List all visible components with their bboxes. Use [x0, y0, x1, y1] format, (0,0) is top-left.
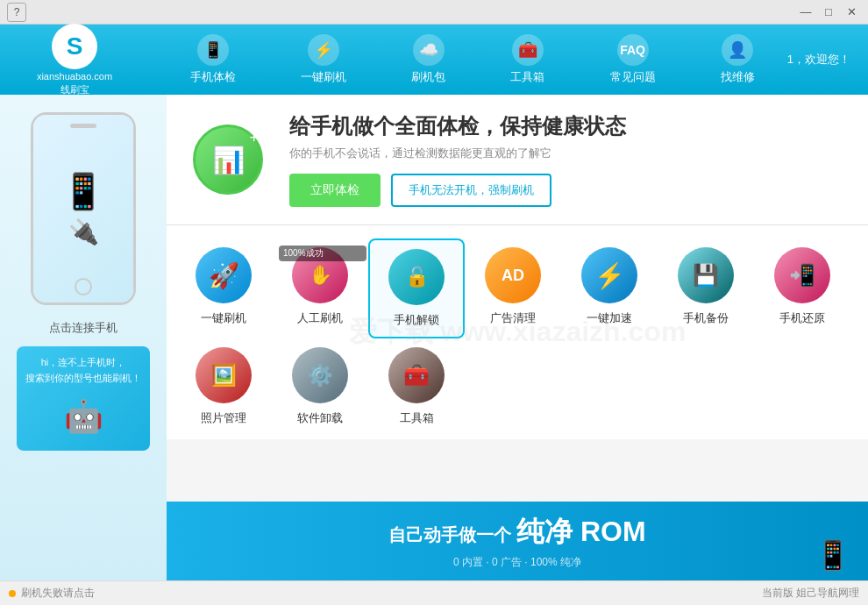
- nav-toolbox-icon: 🧰: [512, 34, 544, 66]
- phone-illustration: 📱 🔌: [31, 112, 136, 305]
- nav-faq[interactable]: FAQ 常见问题: [596, 29, 670, 90]
- nav-one-click-flash[interactable]: ⚡ 一键刷机: [287, 29, 360, 90]
- nav-toolbox[interactable]: 🧰 工具箱: [496, 29, 559, 90]
- banner[interactable]: 自己动手做一个 纯净 ROM 0 内置 · 0 广告 · 100% 纯净 📱: [167, 502, 868, 580]
- promo-box[interactable]: hi，连不上手机时，搜索到你的型号也能刷机！ 🤖: [17, 346, 150, 451]
- status-left: 刷机失败请点击: [9, 586, 95, 601]
- nav-toolbox-label: 工具箱: [510, 69, 544, 85]
- welcome-text: 1，欢迎您！: [787, 52, 868, 68]
- photos-label: 照片管理: [201, 410, 246, 426]
- logo-domain: xianshuabao.com: [37, 71, 112, 82]
- force-flash-button[interactable]: 手机无法开机，强制刷机: [391, 174, 551, 207]
- status-text[interactable]: 刷机失败请点击: [21, 586, 95, 601]
- nav-faq-label: 常见问题: [610, 69, 656, 85]
- promo-text: hi，连不上手机时，搜索到你的型号也能刷机！: [25, 355, 141, 386]
- android-icon: 🤖: [25, 391, 141, 442]
- nav-faq-icon: FAQ: [617, 34, 649, 66]
- uninstall-icon: ⚙️: [292, 347, 348, 403]
- header: S xianshuabao.com 线刷宝 📱 手机体检 ⚡ 一键刷机 ☁️ 刷…: [0, 25, 868, 95]
- hero-icon: 📊: [193, 125, 263, 195]
- sidebar: 📱 🔌 点击连接手机 hi，连不上手机时，搜索到你的型号也能刷机！ 🤖: [0, 95, 167, 580]
- feature-toolbox2[interactable]: 🧰 工具箱: [368, 338, 465, 435]
- backup-icon: 💾: [678, 247, 734, 303]
- phone-home-btn: [75, 278, 92, 295]
- banner-phone-icon: 📱: [815, 538, 850, 572]
- feature-manual-flash[interactable]: ✋ 100%成功 人工刷机: [272, 238, 368, 338]
- nav-phone-check-label: 手机体检: [190, 69, 236, 85]
- maximize-button[interactable]: □: [819, 3, 838, 22]
- success-badge: 100%成功: [279, 246, 366, 261]
- nav-phone-check[interactable]: 📱 手机体检: [176, 29, 250, 90]
- nav-repair-label: 找维修: [721, 69, 755, 85]
- feature-photos[interactable]: 🖼️ 照片管理: [175, 338, 272, 435]
- nav-repair[interactable]: 👤 找维修: [707, 29, 769, 90]
- phone-screen: 📱 🔌: [33, 115, 133, 302]
- uninstall-label: 软件卸载: [297, 410, 343, 426]
- close-button[interactable]: ✕: [842, 3, 861, 22]
- toolbox2-label: 工具箱: [400, 410, 434, 426]
- hero-buttons: 立即体检 手机无法开机，强制刷机: [289, 174, 842, 207]
- nav-repair-icon: 👤: [722, 34, 753, 66]
- nav-flash-pack[interactable]: ☁️ 刷机包: [397, 29, 459, 90]
- status-right: 当前版 姐己导航网理: [762, 586, 859, 601]
- feature-uninstall[interactable]: ⚙️ 软件卸载: [272, 338, 368, 435]
- nav-flash-icon: ⚡: [308, 34, 339, 66]
- connect-label: 点击连接手机: [49, 320, 117, 336]
- version-label: 当前版: [762, 587, 793, 599]
- feature-ad-clean[interactable]: AD 广告清理: [465, 238, 561, 338]
- nav-phone-check-icon: 📱: [197, 34, 229, 66]
- banner-sub: 0 内置 · 0 广告 · 100% 纯净: [388, 555, 645, 570]
- status-indicator: [9, 590, 16, 597]
- feature-backup[interactable]: 💾 手机备份: [658, 238, 754, 338]
- ad-clean-label: 广告清理: [490, 310, 536, 326]
- hero-subtitle: 你的手机不会说话，通过检测数据能更直观的了解它: [289, 146, 842, 161]
- restore-icon: 📲: [774, 247, 830, 303]
- ad-clean-icon: AD: [485, 247, 541, 303]
- minimize-button[interactable]: —: [796, 3, 815, 22]
- content-area: 📊 给手机做个全面体检，保持健康状态 你的手机不会说话，通过检测数据能更直观的了…: [167, 95, 868, 580]
- one-key-flash-icon: 🚀: [196, 247, 252, 303]
- banner-text: 自己动手做一个 纯净 ROM: [388, 513, 645, 552]
- features-section: 爱下载 www.xiazaizh.com 🚀 一键刷机 ✋ 100%成功 人工刷…: [167, 225, 868, 439]
- hero-section: 📊 给手机做个全面体检，保持健康状态 你的手机不会说话，通过检测数据能更直观的了…: [167, 95, 868, 225]
- main-content: 📱 🔌 点击连接手机 hi，连不上手机时，搜索到你的型号也能刷机！ 🤖 📊 给手…: [0, 95, 868, 580]
- nav-pack-label: 刷机包: [411, 69, 445, 85]
- speed-up-icon: ⚡: [581, 247, 637, 303]
- manual-flash-label: 人工刷机: [297, 310, 343, 326]
- restore-label: 手机还原: [779, 310, 825, 326]
- unlock-label: 手机解锁: [394, 312, 439, 328]
- backup-label: 手机备份: [683, 310, 729, 326]
- one-key-flash-label: 一键刷机: [201, 310, 246, 326]
- nav-flash-label: 一键刷机: [301, 69, 346, 85]
- features-grid: 🚀 一键刷机 ✋ 100%成功 人工刷机 🔓 手机解锁 AD 广告清理: [175, 238, 859, 435]
- title-bar: ? — □ ✕: [0, 0, 868, 25]
- feature-restore[interactable]: 📲 手机还原: [754, 238, 850, 338]
- phone-speaker: [70, 124, 96, 128]
- status-bar: 刷机失败请点击 当前版 姐己导航网理: [0, 580, 868, 605]
- hero-text: 给手机做个全面体检，保持健康状态 你的手机不会说话，通过检测数据能更直观的了解它…: [289, 112, 842, 207]
- speed-up-label: 一键加速: [587, 310, 632, 326]
- nav-bar: 📱 手机体检 ⚡ 一键刷机 ☁️ 刷机包 🧰 工具箱 FAQ 常见问题 👤 找维…: [158, 29, 787, 90]
- logo-circle: S: [52, 24, 97, 69]
- unlock-icon: 🔓: [388, 249, 445, 305]
- site-label: 姐己导航网理: [796, 587, 859, 599]
- help-button[interactable]: ?: [7, 3, 26, 22]
- feature-speed-up[interactable]: ⚡ 一键加速: [561, 238, 658, 338]
- toolbox2-icon: 🧰: [388, 347, 445, 403]
- logo: S xianshuabao.com 线刷宝: [9, 24, 140, 96]
- feature-one-key-flash[interactable]: 🚀 一键刷机: [175, 238, 272, 338]
- hero-title: 给手机做个全面体检，保持健康状态: [289, 112, 842, 140]
- nav-pack-icon: ☁️: [413, 34, 445, 66]
- photos-icon: 🖼️: [196, 347, 252, 403]
- check-now-button[interactable]: 立即体检: [289, 174, 381, 207]
- feature-unlock[interactable]: 🔓 手机解锁: [368, 238, 465, 338]
